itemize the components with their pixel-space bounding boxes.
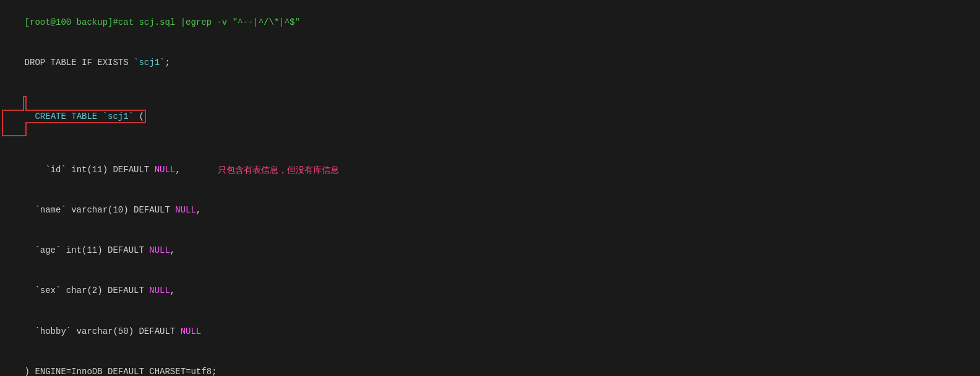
code-line-8: ) ENGINE=InnoDB DEFAULT CHARSET=utf8; (4, 352, 976, 376)
annotation-text: 只包含有表信息，但没有库信息 (218, 165, 339, 176)
terminal: [root@100 backup]#cat scj.sql |egrep -v … (0, 0, 980, 376)
prompt-line: [root@100 backup]#cat scj.sql |egrep -v … (4, 2, 976, 43)
create-table-highlight-1: CREATE TABLE `scj1` ( (4, 111, 144, 135)
code-line-5: `age` int(11) DEFAULT NULL, (4, 231, 976, 271)
code-line-3: `id` int(11) DEFAULT NULL, (4, 151, 181, 191)
code-line-4: `name` varchar(10) DEFAULT NULL, (4, 191, 976, 231)
code-line-6: `sex` char(2) DEFAULT NULL, (4, 271, 976, 312)
code-line-1: DROP TABLE IF EXISTS `scj1`; (4, 43, 976, 83)
code-line-3-wrapper: `id` int(11) DEFAULT NULL, 只包含有表信息，但没有库信… (4, 151, 976, 191)
prompt-text: [root@100 backup]#cat scj.sql |egrep -v … (25, 17, 300, 27)
code-line-7: `hobby` varchar(50) DEFAULT NULL (4, 312, 976, 352)
code-line-2: CREATE TABLE `scj1` ( (4, 83, 976, 150)
